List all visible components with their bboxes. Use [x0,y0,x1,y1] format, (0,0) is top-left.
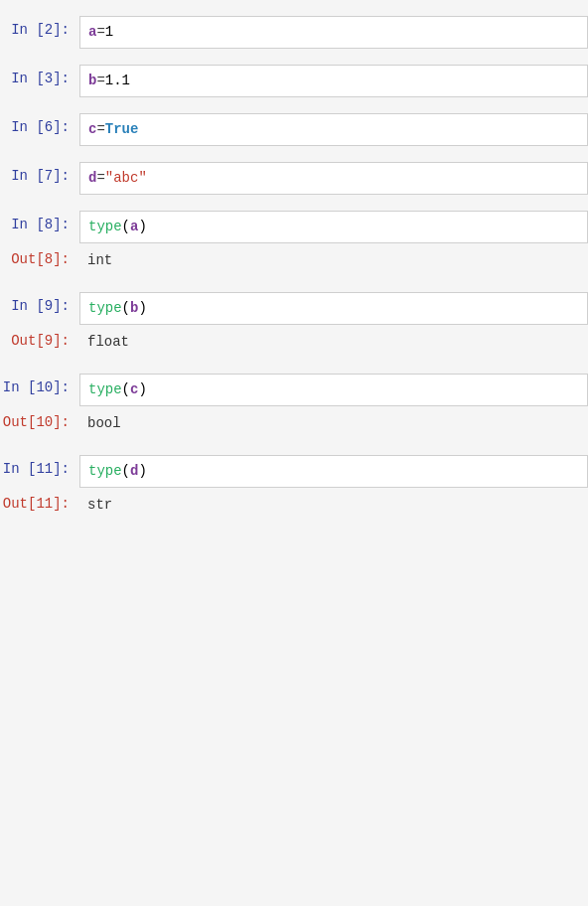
cell-2-input-row: In [2]: a=1 [0,16,588,49]
input-3[interactable]: b=1.1 [79,65,588,97]
prompt-out-8: Out[8]: [0,245,79,267]
output-11: str [79,490,588,521]
cell-9: In [9]: type(b) Out[9]: float [0,286,588,364]
prompt-in-9: In [9]: [0,292,79,314]
cell-8-input-row: In [8]: type(a) [0,211,588,243]
cell-10-input-row: In [10]: type(c) [0,374,588,406]
prompt-in-8: In [8]: [0,211,79,232]
cell-7: In [7]: d="abc" [0,156,588,201]
cell-8: In [8]: type(a) Out[8]: int [0,205,588,282]
output-8: int [79,245,588,276]
prompt-in-2: In [2]: [0,16,79,38]
cell-10-output-row: Out[10]: bool [0,408,588,439]
prompt-out-9: Out[9]: [0,327,79,349]
prompt-out-10: Out[10]: [0,408,79,430]
input-6[interactable]: c=True [79,113,588,146]
cell-2: In [2]: a=1 [0,10,588,55]
cell-6-input-row: In [6]: c=True [0,113,588,146]
input-11[interactable]: type(d) [79,455,588,488]
cell-9-input-row: In [9]: type(b) [0,292,588,325]
prompt-in-3: In [3]: [0,65,79,86]
prompt-in-10: In [10]: [0,374,79,395]
input-7[interactable]: d="abc" [79,162,588,195]
cell-11-output-row: Out[11]: str [0,490,588,521]
prompt-in-6: In [6]: [0,113,79,135]
input-10[interactable]: type(c) [79,374,588,406]
notebook: In [2]: a=1 In [3]: b=1.1 In [6]: c=True… [0,0,588,540]
cell-9-output-row: Out[9]: float [0,327,588,358]
prompt-out-11: Out[11]: [0,490,79,512]
output-10: bool [79,408,588,439]
cell-11: In [11]: type(d) Out[11]: str [0,449,588,527]
cell-6: In [6]: c=True [0,107,588,152]
cell-8-output-row: Out[8]: int [0,245,588,276]
cell-10: In [10]: type(c) Out[10]: bool [0,368,588,445]
cell-3-input-row: In [3]: b=1.1 [0,65,588,97]
prompt-in-11: In [11]: [0,455,79,477]
cell-11-input-row: In [11]: type(d) [0,455,588,488]
output-9: float [79,327,588,358]
cell-7-input-row: In [7]: d="abc" [0,162,588,195]
prompt-in-7: In [7]: [0,162,79,184]
input-2[interactable]: a=1 [79,16,588,49]
input-9[interactable]: type(b) [79,292,588,325]
input-8[interactable]: type(a) [79,211,588,243]
cell-3: In [3]: b=1.1 [0,59,588,103]
